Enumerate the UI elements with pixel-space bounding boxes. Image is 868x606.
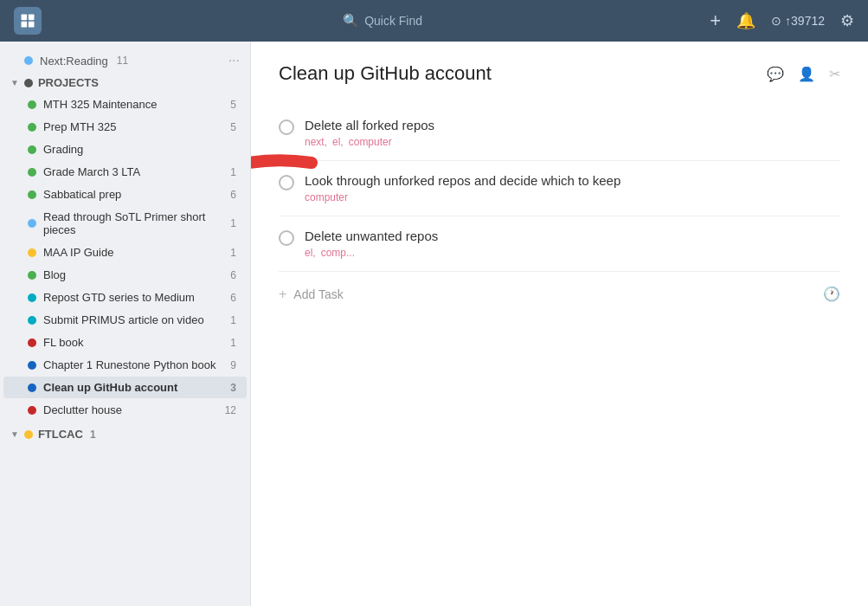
sidebar-item-grade-march-label: Grade March 3 LTA xyxy=(43,165,222,178)
add-task-button[interactable]: + Add Task 🕐 xyxy=(279,272,840,316)
tag-next[interactable]: next, xyxy=(305,136,327,148)
sidebar-item-mth325-label: MTH 325 Maintenance xyxy=(43,98,222,111)
score-value: ↑39712 xyxy=(785,14,825,28)
tag-comp[interactable]: comp... xyxy=(321,247,355,259)
sidebar-item-github[interactable]: Clean up GitHub account 3 xyxy=(3,377,247,398)
topbar-actions: + 🔔 ⊙ ↑39712 ⚙ xyxy=(710,10,854,32)
task-content: Delete unwanted repos el, comp... xyxy=(305,229,840,259)
projects-chevron-icon: ▼ xyxy=(10,78,19,87)
add-task-label: Add Task xyxy=(293,287,343,301)
sidebar-item-maa[interactable]: MAA IP Guide 1 xyxy=(3,242,247,263)
history-icon[interactable]: 🕐 xyxy=(823,286,840,302)
next-reading-ellipsis[interactable]: ··· xyxy=(228,53,240,68)
settings-icon[interactable]: ⚙ xyxy=(840,11,854,30)
sidebar-item-sotl-label: Read through SoTL Primer short pieces xyxy=(43,210,222,236)
sidebar-item-grading-label: Grading xyxy=(43,143,236,156)
sidebar-item-sotl-count: 1 xyxy=(230,217,236,229)
sidebar-item-blog-count: 6 xyxy=(230,269,236,281)
notifications-icon[interactable]: 🔔 xyxy=(736,11,755,30)
quick-find-search[interactable]: 🔍 Quick Find xyxy=(55,13,710,29)
comment-icon[interactable]: 💬 xyxy=(767,66,784,82)
sidebar-item-sabbatical-count: 6 xyxy=(230,189,236,201)
tag-el[interactable]: el, xyxy=(332,136,344,148)
task-settings-icon[interactable]: ✂ xyxy=(829,66,840,82)
dot-fl-book xyxy=(28,338,36,347)
add-button[interactable]: + xyxy=(710,10,721,32)
main-layout: Next:Reading 11 ··· ▼ PROJECTS MTH 325 M… xyxy=(0,42,868,606)
sidebar-item-prep325-count: 5 xyxy=(230,121,236,133)
sidebar-item-repost[interactable]: Repost GTD series to Medium 6 xyxy=(3,287,247,308)
sidebar-item-mth325[interactable]: MTH 325 Maintenance 5 xyxy=(3,93,247,115)
sidebar-item-sabbatical-label: Sabbatical prep xyxy=(43,188,222,201)
dot-sabbatical xyxy=(28,190,36,199)
task-title: Delete unwanted repos xyxy=(305,229,840,243)
dot-grade-march xyxy=(28,168,36,177)
topbar: 🔍 Quick Find + 🔔 ⊙ ↑39712 ⚙ xyxy=(0,0,868,42)
dot-runestone xyxy=(28,361,36,370)
dot-github xyxy=(28,384,36,392)
score-circle-icon: ⊙ xyxy=(771,14,781,28)
dot-ftlcac xyxy=(24,430,33,439)
dot-repost xyxy=(28,293,36,302)
add-task-plus-icon: + xyxy=(279,287,286,302)
sidebar-item-sabbatical[interactable]: Sabbatical prep 6 xyxy=(3,184,247,205)
task-item: Delete all forked repos next, el, comput… xyxy=(279,106,840,161)
sidebar-item-primus-label: Submit PRIMUS article on video xyxy=(43,313,222,326)
sidebar-item-runestone[interactable]: Chapter 1 Runestone Python book 9 xyxy=(3,354,247,376)
search-label: Quick Find xyxy=(364,14,422,28)
sidebar-item-next-reading[interactable]: Next:Reading 11 ··· xyxy=(0,48,250,73)
search-icon: 🔍 xyxy=(343,13,359,29)
ftlcac-chevron-icon: ▼ xyxy=(10,429,19,439)
content-header: Clean up GitHub account 💬 👤 ✂ xyxy=(279,62,840,85)
tag-computer[interactable]: computer xyxy=(305,191,348,203)
sidebar-item-grade-march-count: 1 xyxy=(230,166,236,178)
sidebar-item-primus[interactable]: Submit PRIMUS article on video 1 xyxy=(3,309,247,331)
next-reading-count: 11 xyxy=(117,55,128,67)
dot-grading xyxy=(28,145,36,154)
add-member-icon[interactable]: 👤 xyxy=(798,66,815,82)
next-reading-label: Next:Reading xyxy=(40,55,108,68)
task-tags: computer xyxy=(305,191,840,203)
sidebar-item-sotl[interactable]: Read through SoTL Primer short pieces 1 xyxy=(3,206,247,241)
svg-rect-3 xyxy=(29,22,35,28)
sidebar-item-prep325-label: Prep MTH 325 xyxy=(43,120,222,133)
task-tags: el, comp... xyxy=(305,247,840,259)
sidebar-item-fl-book-label: FL book xyxy=(43,336,222,349)
projects-section-header[interactable]: ▼ PROJECTS xyxy=(0,73,250,93)
task-tags: next, el, computer xyxy=(305,136,840,148)
task-checkbox[interactable] xyxy=(279,175,294,190)
task-title: Look through unforked repos and decide w… xyxy=(305,173,840,188)
content-header-actions: 💬 👤 ✂ xyxy=(767,66,840,82)
page-title: Clean up GitHub account xyxy=(279,62,492,85)
sidebar: Next:Reading 11 ··· ▼ PROJECTS MTH 325 M… xyxy=(0,42,251,606)
tag-el[interactable]: el, xyxy=(305,247,316,259)
sidebar-item-grade-march[interactable]: Grade March 3 LTA 1 xyxy=(3,161,247,183)
ftlcac-count: 1 xyxy=(90,429,96,441)
task-checkbox[interactable] xyxy=(279,119,294,135)
sidebar-item-maa-label: MAA IP Guide xyxy=(43,246,222,259)
sidebar-item-runestone-label: Chapter 1 Runestone Python book xyxy=(43,358,222,371)
dot-blog xyxy=(28,271,36,280)
dot-maa xyxy=(28,248,36,257)
task-title: Delete all forked repos xyxy=(305,118,840,132)
dot-projects xyxy=(24,79,33,87)
sidebar-item-mth325-count: 5 xyxy=(230,99,236,111)
sidebar-item-blog[interactable]: Blog 6 xyxy=(3,264,247,286)
sidebar-item-prep325[interactable]: Prep MTH 325 5 xyxy=(3,116,247,138)
task-checkbox[interactable] xyxy=(279,230,294,246)
sidebar-item-grading[interactable]: Grading xyxy=(3,139,247,160)
dot-mth325 xyxy=(28,100,36,109)
sidebar-item-declutter[interactable]: Declutter house 12 xyxy=(3,399,247,421)
ftlcac-section-header[interactable]: ▼ FTLCAC 1 xyxy=(0,424,250,444)
task-content: Delete all forked repos next, el, comput… xyxy=(305,118,840,148)
ftlcac-label: FTLCAC xyxy=(38,428,83,441)
app-logo[interactable] xyxy=(14,7,42,35)
sidebar-item-repost-count: 6 xyxy=(230,292,236,304)
task-item: Delete unwanted repos el, comp... xyxy=(279,216,840,272)
content-area: Clean up GitHub account 💬 👤 ✂ Delete all… xyxy=(251,42,868,606)
sidebar-item-declutter-count: 12 xyxy=(225,404,236,416)
tag-computer[interactable]: computer xyxy=(349,136,392,148)
svg-rect-2 xyxy=(22,22,28,28)
sidebar-item-fl-book[interactable]: FL book 1 xyxy=(3,332,247,353)
svg-rect-1 xyxy=(29,15,35,21)
